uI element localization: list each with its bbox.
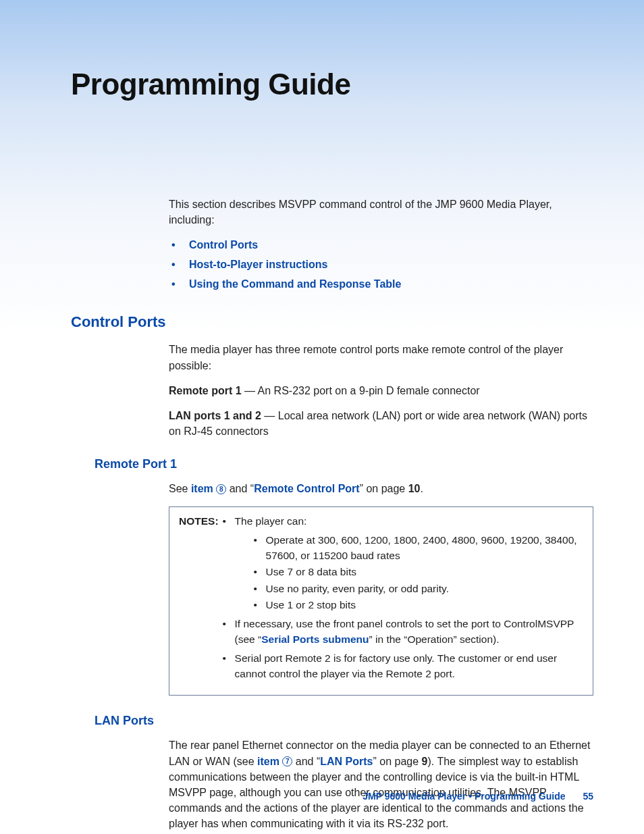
notes-inner-list: Operate at 300, 600, 1200, 1800, 2400, 4… bbox=[254, 533, 583, 613]
lan-ports-def: LAN ports 1 and 2 — Local area network (… bbox=[169, 408, 593, 439]
notes-label: NOTES: bbox=[179, 514, 219, 686]
notes-inner-item: Operate at 300, 600, 1200, 1800, 2400, 4… bbox=[254, 533, 583, 563]
toc-item: Control Ports bbox=[169, 237, 593, 253]
toc-list: Control Ports Host-to-Player instruction… bbox=[169, 237, 593, 292]
remote-port-1-text: — An RS-232 port on a 9-pin D female con… bbox=[242, 385, 480, 396]
notes-inner-item: Use 1 or 2 stop bits bbox=[254, 598, 583, 613]
remote-port-1-def: Remote port 1 — An RS-232 port on a 9-pi… bbox=[169, 383, 593, 398]
link-remote-control-port[interactable]: Remote Control Port bbox=[254, 483, 359, 494]
footer-page-number: 55 bbox=[583, 791, 593, 802]
page-footer: JMP 9600 Media Player • Programming Guid… bbox=[363, 791, 593, 802]
toc-link-host-to-player[interactable]: Host-to-Player instructions bbox=[189, 259, 327, 270]
content-column: This section describes MSVPP command con… bbox=[169, 197, 593, 832]
notes-box: NOTES: The player can: Operate at 300, 6… bbox=[169, 506, 593, 696]
notes-inner-item: Use 7 or 8 data bits bbox=[254, 565, 583, 579]
section-control-ports: Control Ports bbox=[71, 311, 593, 333]
toc-link-control-ports[interactable]: Control Ports bbox=[189, 239, 258, 251]
footer-text: JMP 9600 Media Player • Programming Guid… bbox=[363, 791, 565, 802]
heading-lan-ports: LAN Ports bbox=[95, 712, 593, 729]
notes-outer-list: The player can: Operate at 300, 600, 120… bbox=[223, 514, 583, 682]
lan-ports-paragraph: The rear panel Ethernet connector on the… bbox=[169, 737, 593, 831]
circled-8-icon: 8 bbox=[216, 484, 226, 494]
page: Programming Guide This section describes… bbox=[0, 0, 644, 832]
notes-inner-item: Use no parity, even parity, or odd parit… bbox=[254, 581, 583, 596]
lan-close-quote: ” on page bbox=[373, 756, 422, 767]
link-lan-ports[interactable]: LAN Ports bbox=[320, 756, 373, 767]
page-ref: 10 bbox=[408, 483, 421, 494]
toc-item: Host-to-Player instructions bbox=[169, 257, 593, 272]
notes-item: If necessary, use the front panel contro… bbox=[223, 617, 583, 647]
link-item-8[interactable]: item 8 bbox=[191, 483, 226, 494]
control-ports-intro: The media player has three remote contro… bbox=[169, 342, 593, 373]
toc-item: Using the Command and Response Table bbox=[169, 276, 593, 292]
heading-control-ports: Control Ports bbox=[71, 311, 593, 333]
notes-body: The player can: Operate at 300, 600, 120… bbox=[223, 514, 583, 686]
lan-ports-label: LAN ports 1 and 2 bbox=[169, 410, 261, 421]
see-pre: See bbox=[169, 483, 191, 494]
link-item-7[interactable]: item 7 bbox=[257, 756, 292, 767]
link-serial-ports-submenu[interactable]: Serial Ports submenu bbox=[261, 633, 369, 645]
notes-item: The player can: Operate at 300, 600, 120… bbox=[223, 514, 583, 613]
lan-and-quote: and “ bbox=[292, 756, 320, 767]
heading-remote-port-1: Remote Port 1 bbox=[95, 455, 593, 473]
and-quote: and “ bbox=[226, 483, 254, 494]
notes-b2-post: ” in the “Operation” section). bbox=[369, 633, 500, 645]
toc-link-command-response[interactable]: Using the Command and Response Table bbox=[189, 278, 401, 290]
intro-text: This section describes MSVPP command con… bbox=[169, 197, 593, 228]
notes-item: Serial port Remote 2 is for factory use … bbox=[223, 651, 583, 681]
period: . bbox=[421, 483, 423, 494]
remote-port-1-see: See item 8 and “Remote Control Port” on … bbox=[169, 481, 593, 496]
circled-7-icon: 7 bbox=[282, 756, 292, 766]
close-quote: ” on page bbox=[360, 483, 408, 494]
remote-port-1-label: Remote port 1 bbox=[169, 385, 242, 396]
page-title: Programming Guide bbox=[71, 68, 593, 102]
notes-player-can: The player can: bbox=[235, 515, 307, 527]
